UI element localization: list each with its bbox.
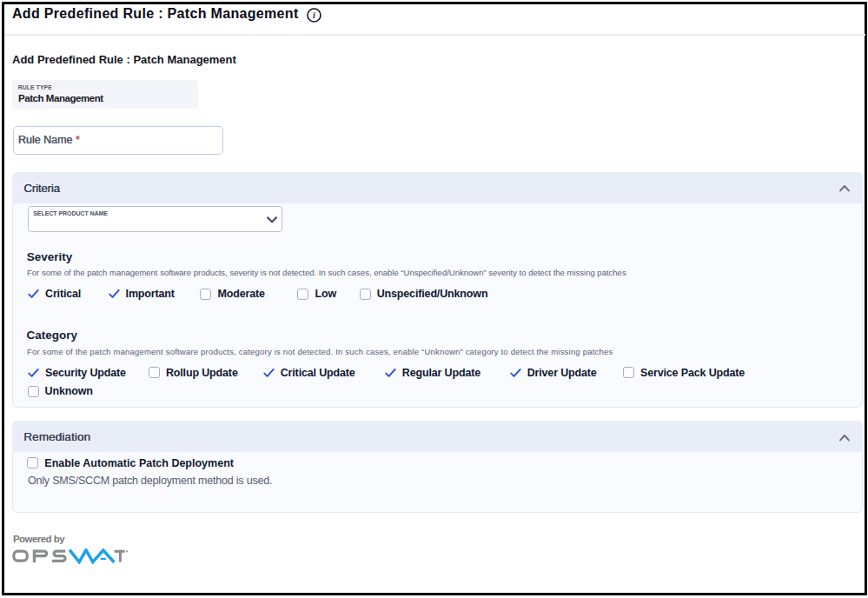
svg-text:i: i bbox=[312, 10, 315, 20]
